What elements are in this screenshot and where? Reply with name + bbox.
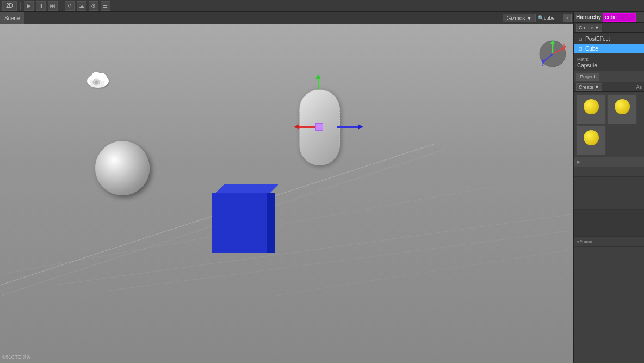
camera-icon bbox=[84, 70, 112, 93]
scene-background: Y X Z ©51CTO博客 bbox=[0, 24, 573, 363]
mode-2d-button[interactable]: 2D bbox=[2, 1, 17, 11]
hierarchy-header: Hierarchy bbox=[574, 12, 644, 23]
project-content: ▶ eFrame bbox=[574, 92, 644, 363]
svg-line-5 bbox=[272, 250, 571, 296]
blue-arrow-shaft bbox=[337, 126, 359, 128]
blurred-row-2 bbox=[574, 167, 644, 177]
right-panel: Hierarchy Create ▼ ◻ PostEffect ◻ Cube P… bbox=[573, 12, 644, 363]
hierarchy-toolbar: Create ▼ bbox=[574, 23, 644, 33]
cube-object bbox=[212, 184, 275, 253]
asset-item-3[interactable] bbox=[576, 125, 606, 155]
scene-tab-label: Scene bbox=[4, 15, 20, 21]
svg-rect-13 bbox=[101, 78, 104, 81]
blurred-row-eframe: eFrame bbox=[574, 237, 644, 247]
create-dropdown-icon: ▼ bbox=[595, 25, 599, 30]
cube-icon: ◻ bbox=[577, 45, 584, 52]
blurred-row-3 bbox=[574, 177, 644, 210]
project-tab-label: Project bbox=[580, 74, 595, 79]
gizmos-button[interactable]: Gizmos ▼ bbox=[503, 14, 536, 22]
center-transform-handle bbox=[315, 123, 323, 131]
hierarchy-create-button[interactable]: Create ▼ bbox=[576, 24, 602, 32]
project-tab[interactable]: Project bbox=[576, 73, 599, 81]
path-value: Capsule bbox=[577, 63, 641, 69]
cloud-icon[interactable]: ☁ bbox=[77, 1, 86, 11]
cube-front-face bbox=[212, 193, 267, 253]
svg-line-4 bbox=[109, 231, 571, 291]
asset-item-2[interactable] bbox=[607, 94, 637, 124]
gizmos-label: Gizmos ▼ bbox=[506, 15, 532, 21]
project-create-dropdown: ▼ bbox=[595, 84, 599, 90]
path-section: Path: Capsule bbox=[574, 54, 644, 71]
blurred-row-1-text: ▶ bbox=[577, 159, 580, 164]
scene-panel: Scene Gizmos ▼ 🔍 × bbox=[0, 12, 573, 363]
scene-gizmo: Y X Z bbox=[538, 39, 568, 69]
project-lower-content: ▶ eFrame bbox=[574, 157, 644, 363]
eframe-label: eFrame bbox=[577, 239, 592, 244]
project-create-label: Create bbox=[579, 84, 593, 90]
cube-right-face bbox=[267, 193, 275, 253]
settings-icon[interactable]: ⚙ bbox=[89, 1, 98, 11]
svg-text:Y: Y bbox=[552, 45, 554, 48]
hierarchy-item-cube[interactable]: ◻ Cube bbox=[574, 44, 644, 53]
project-toolbar: Create ▼ As bbox=[574, 82, 644, 92]
capsule-object bbox=[288, 78, 354, 171]
posteffect-icon: ◻ bbox=[577, 35, 584, 42]
asset-item-1[interactable] bbox=[576, 94, 606, 124]
separator-2 bbox=[61, 2, 61, 10]
posteffect-label: PostEffect bbox=[585, 36, 610, 42]
hierarchy-search-input[interactable] bbox=[603, 13, 636, 22]
blue-arrow-tip bbox=[358, 124, 363, 130]
scene-watermark: ©51CTO博客 bbox=[2, 354, 31, 361]
path-label: Path: bbox=[577, 57, 641, 62]
asset-icon-yellow-2 bbox=[615, 99, 630, 114]
svg-line-2 bbox=[54, 214, 571, 285]
search-icon: 🔍 bbox=[538, 15, 544, 21]
project-header: Project bbox=[574, 71, 644, 82]
asset-grid bbox=[574, 92, 644, 157]
layers-icon[interactable]: ☰ bbox=[101, 1, 110, 11]
scene-tab[interactable]: Scene bbox=[0, 12, 24, 24]
blurred-content: ▶ eFrame bbox=[574, 157, 644, 363]
step-icon[interactable]: ⏭ bbox=[48, 1, 58, 11]
red-arrow-tip bbox=[294, 124, 299, 130]
hierarchy-items-list: ◻ PostEffect ◻ Cube bbox=[574, 33, 644, 54]
scene-close-button[interactable]: × bbox=[563, 14, 572, 22]
sphere-object bbox=[95, 141, 150, 195]
top-toolbar: 2D ▶ ⏸ ⏭ ↺ ☁ ⚙ ☰ bbox=[0, 0, 644, 12]
blurred-row-1: ▶ bbox=[574, 157, 644, 167]
svg-text:Z: Z bbox=[542, 63, 544, 66]
main-layout: Scene Gizmos ▼ 🔍 × bbox=[0, 12, 644, 363]
svg-text:X: X bbox=[563, 43, 566, 47]
hierarchy-item-posteffect[interactable]: ◻ PostEffect bbox=[574, 34, 644, 44]
play-icon[interactable]: ▶ bbox=[24, 1, 34, 11]
hierarchy-title: Hierarchy bbox=[576, 14, 601, 20]
create-label: Create bbox=[579, 25, 593, 30]
separator-1 bbox=[20, 2, 21, 10]
asset-icon-yellow-3 bbox=[584, 130, 599, 145]
project-panel: Project Create ▼ As bbox=[574, 71, 644, 363]
assets-label: As bbox=[636, 84, 642, 90]
project-create-button[interactable]: Create ▼ bbox=[576, 83, 602, 91]
undo-icon[interactable]: ↺ bbox=[65, 1, 75, 11]
blurred-row-4 bbox=[574, 210, 644, 237]
scene-tab-bar: Scene Gizmos ▼ 🔍 × bbox=[0, 12, 573, 24]
svg-rect-12 bbox=[90, 80, 104, 88]
cube-label: Cube bbox=[585, 46, 598, 52]
asset-icon-yellow-1 bbox=[584, 99, 599, 114]
pause-icon[interactable]: ⏸ bbox=[36, 1, 46, 11]
